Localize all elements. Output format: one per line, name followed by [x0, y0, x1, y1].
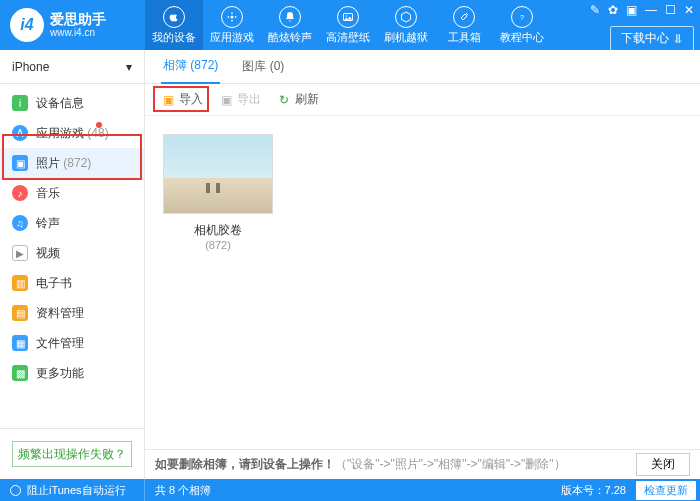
sidebar-item-deviceinfo[interactable]: i 设备信息	[0, 88, 144, 118]
import-button[interactable]: ▣ 导入	[161, 91, 203, 108]
brand-area: i4 爱思助手 www.i4.cn	[0, 0, 145, 50]
tab-library[interactable]: 图库 (0)	[240, 50, 286, 83]
sidebar-item-apps[interactable]: A 应用游戏 (48)	[0, 118, 144, 148]
toolbar: ▣ 导入 ▣ 导出 ↻ 刷新	[145, 84, 700, 116]
refresh-icon: ↻	[277, 93, 291, 107]
help-icon: ?	[511, 6, 533, 28]
sidebar-item-data[interactable]: ▤ 资料管理	[0, 298, 144, 328]
nav-jailbreak[interactable]: 刷机越狱	[377, 0, 435, 50]
download-icon: ⥥	[673, 32, 683, 46]
brand-logo-icon: i4	[10, 8, 44, 42]
photo-icon: ▣	[12, 155, 28, 171]
nav-ringtones[interactable]: 酷炫铃声	[261, 0, 319, 50]
sidebar: iPhone ▾ i 设备信息 A 应用游戏 (48) ▣ 照片 (872) ♪…	[0, 50, 145, 479]
nav-apps[interactable]: 应用游戏	[203, 0, 261, 50]
main-panel: 相簿 (872) 图库 (0) ▣ 导入 ▣ 导出 ↻ 刷新	[145, 50, 700, 479]
tool-label: 导入	[179, 91, 203, 108]
itunes-label: 阻止iTunes自动运行	[27, 483, 126, 498]
skin-icon[interactable]: ▣	[626, 4, 637, 16]
brand-name: 爱思助手	[50, 12, 106, 27]
refresh-button[interactable]: ↻ 刷新	[277, 91, 319, 108]
sidebar-item-ebooks[interactable]: ▥ 电子书	[0, 268, 144, 298]
data-icon: ▤	[12, 305, 28, 321]
sidebar-item-label: 更多功能	[36, 365, 132, 382]
maximize-icon[interactable]: ☐	[665, 4, 676, 16]
nav-label: 高清壁纸	[326, 30, 370, 45]
image-icon	[337, 6, 359, 28]
hint-bar: 如要删除相簿，请到设备上操作！（"设备"->"照片"->"相簿"->"编辑"->…	[145, 449, 700, 479]
device-selector[interactable]: iPhone ▾	[0, 50, 144, 84]
sidebar-item-label: 视频	[36, 245, 132, 262]
album-item[interactable]: 相机胶卷 (872)	[163, 134, 273, 251]
settings-icon[interactable]: ✿	[608, 4, 618, 16]
sidebar-item-ringtones[interactable]: ♫ 铃声	[0, 208, 144, 238]
sidebar-item-label: 文件管理	[36, 335, 132, 352]
top-nav: 我的设备 应用游戏 酷炫铃声 高清壁纸 刷机越狱 工具箱 ? 教程中心	[145, 0, 590, 50]
sidebar-item-label: 音乐	[36, 185, 132, 202]
nav-my-device[interactable]: 我的设备	[145, 0, 203, 50]
sidebar-item-files[interactable]: ▦ 文件管理	[0, 328, 144, 358]
book-icon: ▥	[12, 275, 28, 291]
sidebar-item-photos[interactable]: ▣ 照片 (872)	[0, 148, 144, 178]
sidebar-item-label: 应用游戏 (48)	[36, 125, 132, 142]
nav-label: 刷机越狱	[384, 30, 428, 45]
nav-label: 酷炫铃声	[268, 30, 312, 45]
nav-tutorials[interactable]: ? 教程中心	[493, 0, 551, 50]
apps-icon: A	[12, 125, 28, 141]
sidebar-item-videos[interactable]: ▶ 视频	[0, 238, 144, 268]
apple-icon	[163, 6, 185, 28]
tool-label: 刷新	[295, 91, 319, 108]
album-grid: 相机胶卷 (872)	[145, 116, 700, 449]
sidebar-item-label: 电子书	[36, 275, 132, 292]
sidebar-item-label: 照片 (872)	[36, 155, 132, 172]
more-icon: ▩	[12, 365, 28, 381]
feedback-icon[interactable]: ✎	[590, 4, 600, 16]
close-hint-button[interactable]: 关闭	[636, 453, 690, 476]
nav-label: 我的设备	[152, 30, 196, 45]
bell-icon: ♫	[12, 215, 28, 231]
window-controls: ✎ ✿ ▣ — ☐ ✕	[590, 4, 694, 16]
export-button: ▣ 导出	[219, 91, 261, 108]
radio-icon	[10, 485, 21, 496]
tool-label: 导出	[237, 91, 261, 108]
album-name: 相机胶卷	[163, 222, 273, 239]
info-icon: i	[12, 95, 28, 111]
nav-tools[interactable]: 工具箱	[435, 0, 493, 50]
notification-dot-icon	[96, 122, 102, 128]
hint-text: 如要删除相簿，请到设备上操作！（"设备"->"照片"->"相簿"->"编辑"->…	[155, 456, 628, 473]
check-update-button[interactable]: 检查更新	[636, 481, 696, 500]
music-icon: ♪	[12, 185, 28, 201]
tools-icon	[453, 6, 475, 28]
brand-url: www.i4.cn	[50, 27, 106, 38]
tab-albums[interactable]: 相簿 (872)	[161, 49, 220, 84]
video-icon: ▶	[12, 245, 28, 261]
chevron-down-icon: ▾	[126, 60, 132, 74]
sidebar-item-label: 资料管理	[36, 305, 132, 322]
tab-bar: 相簿 (872) 图库 (0)	[145, 50, 700, 84]
sidebar-item-more[interactable]: ▩ 更多功能	[0, 358, 144, 388]
nav-label: 工具箱	[448, 30, 481, 45]
nav-label: 教程中心	[500, 30, 544, 45]
svg-point-0	[231, 15, 234, 18]
minimize-icon[interactable]: —	[645, 4, 657, 16]
sidebar-item-label: 设备信息	[36, 95, 132, 112]
download-center-button[interactable]: 下载中心 ⥥	[610, 26, 694, 51]
sidebar-item-music[interactable]: ♪ 音乐	[0, 178, 144, 208]
device-name: iPhone	[12, 60, 49, 74]
bell-icon	[279, 6, 301, 28]
svg-text:?: ?	[520, 13, 524, 20]
apps-icon	[221, 6, 243, 28]
titlebar-right: ✎ ✿ ▣ — ☐ ✕ 下载中心 ⥥	[590, 0, 700, 50]
nav-label: 应用游戏	[210, 30, 254, 45]
sidebar-item-label: 铃声	[36, 215, 132, 232]
version-text: 版本号：7.28	[553, 483, 634, 498]
nav-wallpapers[interactable]: 高清壁纸	[319, 0, 377, 50]
album-thumbnail	[163, 134, 273, 214]
folder-import-icon: ▣	[161, 93, 175, 107]
itunes-block-toggle[interactable]: 阻止iTunes自动运行	[0, 479, 145, 501]
status-summary: 共 8 个相簿	[145, 483, 553, 498]
help-link[interactable]: 频繁出现操作失败？	[12, 441, 132, 467]
close-icon[interactable]: ✕	[684, 4, 694, 16]
svg-point-2	[346, 15, 348, 17]
download-label: 下载中心	[621, 30, 669, 47]
